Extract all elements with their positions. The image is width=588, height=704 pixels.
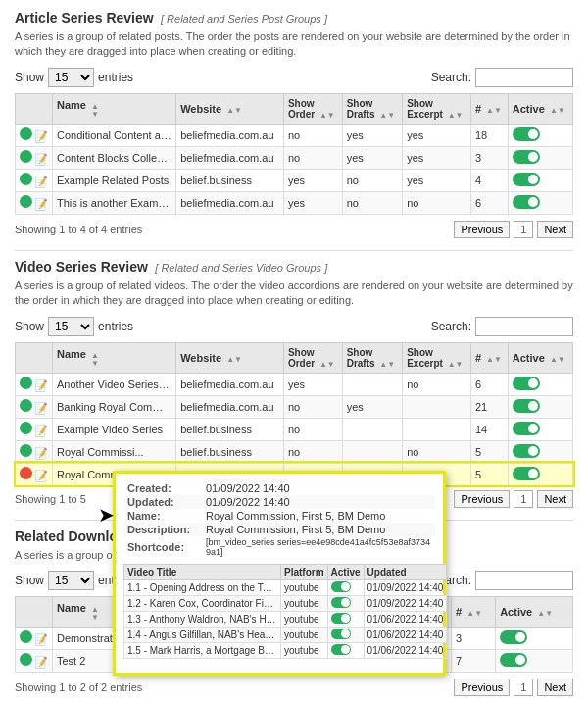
popup-video-platform: youtube [281, 579, 328, 595]
edit-icon[interactable]: 📝 [34, 633, 48, 645]
row-active [496, 649, 573, 672]
green-dot-icon[interactable] [20, 173, 32, 185]
video-series-controls: Show 152550100 entries Search: [15, 317, 573, 336]
popup-toggle-icon[interactable] [331, 644, 351, 655]
video-series-showing: Showing 1 to 5 [15, 493, 86, 505]
article-series-next[interactable]: Next [537, 221, 573, 238]
row-show-order: no [283, 395, 342, 418]
col-vs-show-excerpt[interactable]: ShowExcerpt ▲▼ [403, 342, 471, 373]
active-toggle[interactable] [513, 173, 540, 186]
col-rd-active[interactable]: Active ▲▼ [496, 596, 573, 627]
active-toggle[interactable] [513, 399, 540, 413]
article-series-search-input[interactable] [475, 68, 573, 87]
article-series-controls: Show 152550100 entries Search: [15, 68, 573, 87]
col-vs-count[interactable]: # ▲▼ [470, 342, 508, 373]
green-dot-icon[interactable] [20, 653, 32, 666]
row-website: belief.business [176, 418, 284, 440]
active-toggle[interactable] [513, 467, 540, 480]
green-dot-icon[interactable] [20, 127, 32, 140]
edit-icon[interactable]: 📝 [34, 447, 48, 459]
article-series-entries-select[interactable]: 152550100 [48, 68, 94, 87]
col-vs-show-drafts[interactable]: ShowDrafts ▲▼ [342, 342, 403, 373]
active-toggle[interactable] [513, 127, 540, 141]
edit-icon[interactable]: 📝 [34, 130, 48, 142]
video-popup: ➤ Created:01/09/2022 14:40 Updated:01/09… [113, 471, 446, 676]
green-dot-icon[interactable] [20, 195, 32, 208]
edit-icon[interactable]: 📝 [34, 402, 48, 414]
article-series-prev[interactable]: Previous [454, 221, 510, 238]
edit-icon[interactable]: 📝 [34, 153, 48, 165]
green-dot-icon[interactable] [20, 630, 32, 643]
edit-icon[interactable]: 📝 [34, 470, 48, 481]
video-series-search: Search: [431, 317, 573, 336]
col-show-order[interactable]: ShowOrder ▲▼ [283, 93, 342, 124]
row-website: beliefmedia.com.au [176, 395, 284, 418]
popup-toggle-icon[interactable] [331, 597, 351, 608]
popup-toggle-icon[interactable] [331, 613, 351, 624]
related-downloads-footer: Showing 1 to 2 of 2 entries Previous 1 N… [15, 679, 573, 696]
row-show-drafts: yes [342, 395, 403, 418]
active-toggle[interactable] [500, 630, 527, 644]
video-series-pagination: Previous 1 Next [454, 490, 573, 508]
active-toggle[interactable] [500, 653, 527, 667]
related-downloads-next[interactable]: Next [537, 679, 573, 696]
article-series-pagination: Previous 1 Next [454, 221, 573, 238]
green-dot-icon[interactable] [20, 377, 32, 389]
edit-icon[interactable]: 📝 [34, 176, 48, 187]
col-active[interactable]: Active ▲▼ [508, 93, 572, 124]
col-count[interactable]: # ▲▼ [470, 93, 508, 124]
edit-icon[interactable]: 📝 [34, 656, 48, 668]
col-vs-website[interactable]: Website ▲▼ [176, 342, 284, 373]
row-count: 5 [470, 440, 508, 463]
green-dot-icon[interactable] [20, 422, 32, 434]
row-show-excerpt: yes [403, 146, 471, 169]
video-series-next[interactable]: Next [537, 490, 573, 508]
video-series-prev[interactable]: Previous [454, 490, 510, 508]
video-series-entries-select[interactable]: 152550100 [48, 317, 94, 336]
related-downloads-search-input[interactable] [475, 571, 573, 590]
active-toggle[interactable] [513, 444, 540, 458]
green-dot-icon[interactable] [20, 444, 32, 457]
row-actions: 📝 [16, 649, 53, 672]
col-vs-show-order[interactable]: ShowOrder ▲▼ [283, 342, 342, 373]
search-label: Search: [431, 71, 471, 84]
related-downloads-prev[interactable]: Previous [454, 679, 510, 696]
show-label-2: Show [15, 320, 44, 333]
col-vs-active[interactable]: Active ▲▼ [508, 342, 572, 373]
related-downloads-entries-select[interactable]: 152550100 [48, 571, 94, 590]
popup-toggle-icon[interactable] [331, 581, 351, 592]
green-dot-icon[interactable] [20, 399, 32, 412]
edit-icon[interactable]: 📝 [34, 379, 48, 391]
col-show-excerpt[interactable]: ShowExcerpt ▲▼ [403, 93, 471, 124]
row-count: 3 [452, 627, 496, 649]
related-downloads-pagination: Previous 1 Next [454, 679, 573, 696]
green-dot-icon[interactable] [20, 150, 32, 163]
row-website: beliefmedia.com.au [176, 146, 284, 169]
popup-video-title: 1.2 - Karen Cox, Coordinator Financial R… [124, 595, 281, 611]
video-series-table: Name ▲▼ Website ▲▼ ShowOrder ▲▼ ShowDraf… [15, 342, 573, 486]
active-toggle[interactable] [513, 422, 540, 435]
active-toggle[interactable] [513, 150, 540, 164]
edit-icon[interactable]: 📝 [34, 425, 48, 436]
col-show-drafts[interactable]: ShowDrafts ▲▼ [342, 93, 403, 124]
col-vs-name[interactable]: Name ▲▼ [53, 342, 176, 373]
active-toggle[interactable] [513, 195, 540, 209]
row-actions: 📝 [16, 169, 53, 191]
popup-video-row: 1.1 - Opening Address on the Topic of Co… [124, 579, 447, 595]
video-series-search-input[interactable] [475, 317, 573, 336]
red-dot-icon[interactable] [20, 467, 32, 479]
row-active [508, 395, 572, 418]
col-rd-count[interactable]: # ▲▼ [452, 596, 496, 627]
row-show-excerpt: no [403, 373, 471, 395]
popup-video-title: 1.1 - Opening Address on the Topic of Co… [124, 579, 281, 595]
col-name[interactable]: Name ▲▼ [53, 93, 176, 124]
active-toggle[interactable] [513, 377, 540, 390]
col-website[interactable]: Website ▲▼ [176, 93, 284, 124]
row-website: beliefmedia.com.au [176, 373, 284, 395]
row-name: Example Video Series [53, 418, 176, 440]
row-actions: 📝 [16, 124, 53, 146]
popup-toggle-icon[interactable] [331, 629, 351, 639]
edit-icon[interactable]: 📝 [34, 198, 48, 210]
row-show-order: no [283, 124, 342, 146]
popup-col-platform: Platform [281, 564, 328, 579]
